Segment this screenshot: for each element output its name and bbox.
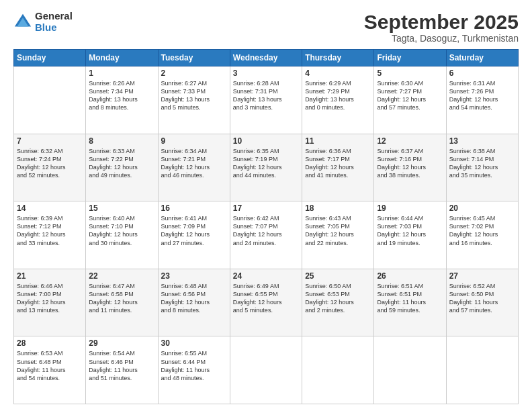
calendar-cell: 25Sunrise: 6:50 AM Sunset: 6:53 PM Dayli…: [302, 269, 374, 336]
day-number: 17: [233, 203, 299, 213]
calendar-cell: 6Sunrise: 6:31 AM Sunset: 7:26 PM Daylig…: [446, 66, 518, 134]
day-info: Sunrise: 6:38 AM Sunset: 7:14 PM Dayligh…: [449, 147, 515, 180]
day-info: Sunrise: 6:40 AM Sunset: 7:10 PM Dayligh…: [89, 214, 154, 247]
calendar-cell: 3Sunrise: 6:28 AM Sunset: 7:31 PM Daylig…: [230, 66, 302, 134]
day-number: 11: [305, 136, 371, 146]
day-info: Sunrise: 6:29 AM Sunset: 7:29 PM Dayligh…: [305, 79, 371, 112]
day-number: 13: [449, 136, 515, 146]
calendar-cell: 15Sunrise: 6:40 AM Sunset: 7:10 PM Dayli…: [86, 201, 158, 269]
calendar-cell: 30Sunrise: 6:55 AM Sunset: 6:44 PM Dayli…: [158, 336, 230, 404]
day-number: 27: [449, 271, 515, 281]
calendar-cell: 12Sunrise: 6:37 AM Sunset: 7:16 PM Dayli…: [374, 134, 446, 201]
main-title: September 2025: [364, 11, 519, 33]
day-info: Sunrise: 6:54 AM Sunset: 6:46 PM Dayligh…: [89, 349, 154, 382]
calendar-cell: 26Sunrise: 6:51 AM Sunset: 6:51 PM Dayli…: [374, 269, 446, 336]
day-number: 3: [233, 68, 299, 78]
logo-general-text: General: [35, 11, 73, 22]
day-info: Sunrise: 6:42 AM Sunset: 7:07 PM Dayligh…: [233, 214, 299, 247]
calendar-cell: 18Sunrise: 6:43 AM Sunset: 7:05 PM Dayli…: [302, 201, 374, 269]
day-info: Sunrise: 6:47 AM Sunset: 6:58 PM Dayligh…: [89, 282, 154, 315]
day-info: Sunrise: 6:43 AM Sunset: 7:05 PM Dayligh…: [305, 214, 371, 247]
logo-icon: [13, 13, 32, 32]
day-number: 4: [305, 68, 371, 78]
day-number: 5: [377, 68, 443, 78]
calendar-week-2: 7Sunrise: 6:32 AM Sunset: 7:24 PM Daylig…: [14, 134, 519, 201]
calendar-week-4: 21Sunrise: 6:46 AM Sunset: 7:00 PM Dayli…: [14, 269, 519, 336]
day-number: 23: [161, 271, 227, 281]
page: General Blue September 2025 Tagta, Dasog…: [0, 0, 532, 411]
calendar-cell: 20Sunrise: 6:45 AM Sunset: 7:02 PM Dayli…: [446, 201, 518, 269]
calendar-cell: [374, 336, 446, 404]
calendar-week-1: 1Sunrise: 6:26 AM Sunset: 7:34 PM Daylig…: [14, 66, 519, 134]
day-number: 21: [17, 271, 83, 281]
calendar-cell: 17Sunrise: 6:42 AM Sunset: 7:07 PM Dayli…: [230, 201, 302, 269]
day-number: 24: [233, 271, 299, 281]
calendar-cell: [302, 336, 374, 404]
calendar-cell: 16Sunrise: 6:41 AM Sunset: 7:09 PM Dayli…: [158, 201, 230, 269]
day-number: 12: [377, 136, 443, 146]
day-number: 19: [377, 203, 443, 213]
day-info: Sunrise: 6:28 AM Sunset: 7:31 PM Dayligh…: [233, 79, 299, 112]
day-info: Sunrise: 6:30 AM Sunset: 7:27 PM Dayligh…: [377, 79, 443, 112]
calendar-cell: [446, 336, 518, 404]
day-number: 20: [449, 203, 515, 213]
day-info: Sunrise: 6:41 AM Sunset: 7:09 PM Dayligh…: [161, 214, 227, 247]
calendar-cell: 2Sunrise: 6:27 AM Sunset: 7:33 PM Daylig…: [158, 66, 230, 134]
calendar-cell: 1Sunrise: 6:26 AM Sunset: 7:34 PM Daylig…: [86, 66, 158, 134]
calendar-cell: 7Sunrise: 6:32 AM Sunset: 7:24 PM Daylig…: [14, 134, 86, 201]
day-info: Sunrise: 6:27 AM Sunset: 7:33 PM Dayligh…: [161, 79, 227, 112]
calendar-cell: 22Sunrise: 6:47 AM Sunset: 6:58 PM Dayli…: [86, 269, 158, 336]
day-number: 25: [305, 271, 371, 281]
day-number: 6: [449, 68, 515, 78]
day-info: Sunrise: 6:49 AM Sunset: 6:55 PM Dayligh…: [233, 282, 299, 315]
day-number: 8: [89, 136, 154, 146]
day-number: 7: [17, 136, 83, 146]
col-monday: Monday: [86, 50, 158, 66]
col-wednesday: Wednesday: [230, 50, 302, 66]
day-number: 10: [233, 136, 299, 146]
title-block: September 2025 Tagta, Dasoguz, Turkmenis…: [364, 11, 519, 44]
calendar-cell: 13Sunrise: 6:38 AM Sunset: 7:14 PM Dayli…: [446, 134, 518, 201]
day-info: Sunrise: 6:31 AM Sunset: 7:26 PM Dayligh…: [449, 79, 515, 112]
day-info: Sunrise: 6:51 AM Sunset: 6:51 PM Dayligh…: [377, 282, 443, 315]
calendar-header-row: Sunday Monday Tuesday Wednesday Thursday…: [14, 50, 519, 66]
calendar-cell: 10Sunrise: 6:35 AM Sunset: 7:19 PM Dayli…: [230, 134, 302, 201]
col-friday: Friday: [374, 50, 446, 66]
day-info: Sunrise: 6:35 AM Sunset: 7:19 PM Dayligh…: [233, 147, 299, 180]
calendar-cell: 27Sunrise: 6:52 AM Sunset: 6:50 PM Dayli…: [446, 269, 518, 336]
calendar-cell: 8Sunrise: 6:33 AM Sunset: 7:22 PM Daylig…: [86, 134, 158, 201]
day-info: Sunrise: 6:37 AM Sunset: 7:16 PM Dayligh…: [377, 147, 443, 180]
calendar-cell: 24Sunrise: 6:49 AM Sunset: 6:55 PM Dayli…: [230, 269, 302, 336]
logo: General Blue: [13, 11, 73, 33]
day-number: 2: [161, 68, 227, 78]
day-number: 28: [17, 338, 83, 348]
day-info: Sunrise: 6:46 AM Sunset: 7:00 PM Dayligh…: [17, 282, 83, 315]
day-number: 16: [161, 203, 227, 213]
calendar-week-3: 14Sunrise: 6:39 AM Sunset: 7:12 PM Dayli…: [14, 201, 519, 269]
col-thursday: Thursday: [302, 50, 374, 66]
col-saturday: Saturday: [446, 50, 518, 66]
calendar-cell: 19Sunrise: 6:44 AM Sunset: 7:03 PM Dayli…: [374, 201, 446, 269]
calendar-week-5: 28Sunrise: 6:53 AM Sunset: 6:48 PM Dayli…: [14, 336, 519, 404]
day-number: 15: [89, 203, 154, 213]
day-info: Sunrise: 6:26 AM Sunset: 7:34 PM Dayligh…: [89, 79, 154, 112]
day-number: 1: [89, 68, 154, 78]
calendar-cell: [230, 336, 302, 404]
day-info: Sunrise: 6:48 AM Sunset: 6:56 PM Dayligh…: [161, 282, 227, 315]
calendar-cell: 23Sunrise: 6:48 AM Sunset: 6:56 PM Dayli…: [158, 269, 230, 336]
day-info: Sunrise: 6:55 AM Sunset: 6:44 PM Dayligh…: [161, 349, 227, 382]
day-number: 9: [161, 136, 227, 146]
day-info: Sunrise: 6:45 AM Sunset: 7:02 PM Dayligh…: [449, 214, 515, 247]
day-number: 14: [17, 203, 83, 213]
logo-text: General Blue: [35, 11, 73, 33]
day-info: Sunrise: 6:33 AM Sunset: 7:22 PM Dayligh…: [89, 147, 154, 180]
calendar-cell: 21Sunrise: 6:46 AM Sunset: 7:00 PM Dayli…: [14, 269, 86, 336]
subtitle: Tagta, Dasoguz, Turkmenistan: [364, 33, 519, 44]
day-info: Sunrise: 6:36 AM Sunset: 7:17 PM Dayligh…: [305, 147, 371, 180]
col-tuesday: Tuesday: [158, 50, 230, 66]
header: General Blue September 2025 Tagta, Dasog…: [13, 11, 519, 44]
day-info: Sunrise: 6:52 AM Sunset: 6:50 PM Dayligh…: [449, 282, 515, 315]
calendar-cell: 29Sunrise: 6:54 AM Sunset: 6:46 PM Dayli…: [86, 336, 158, 404]
day-info: Sunrise: 6:34 AM Sunset: 7:21 PM Dayligh…: [161, 147, 227, 180]
calendar-cell: 5Sunrise: 6:30 AM Sunset: 7:27 PM Daylig…: [374, 66, 446, 134]
